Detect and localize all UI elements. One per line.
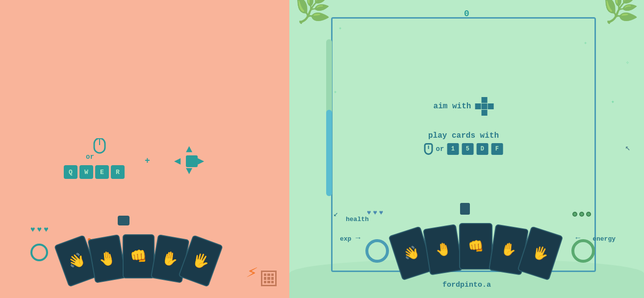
dpad-icon-up bbox=[481, 97, 487, 103]
left-cards-area: 👋 🤚 👊 ✋ 🖐 bbox=[59, 234, 218, 278]
dpad-right: ▶ bbox=[198, 154, 204, 168]
energy-label: energy bbox=[592, 235, 616, 243]
key-r: R bbox=[111, 165, 125, 179]
hearts-right: ♥ ♥ ♥ bbox=[367, 209, 383, 217]
play-key-f: F bbox=[491, 143, 503, 155]
or-label: or bbox=[86, 153, 94, 161]
dpad-icon-down bbox=[481, 110, 487, 116]
dpad-down: ▼ bbox=[186, 165, 192, 177]
energy-dot-1 bbox=[572, 212, 577, 217]
ring-left bbox=[30, 244, 48, 261]
exp-arrow-icon: → bbox=[356, 234, 361, 243]
username-display: fordpinto.a bbox=[442, 281, 491, 289]
aim-label: aim with bbox=[434, 102, 471, 111]
aim-dpad-icon bbox=[475, 97, 493, 116]
exp-section: exp bbox=[340, 234, 351, 243]
play-key-d: D bbox=[476, 143, 488, 155]
card-left-3: 👊 bbox=[123, 234, 155, 278]
dpad-left: ◀ bbox=[174, 154, 180, 168]
sparkle-5: ✧ bbox=[626, 59, 629, 66]
right-panel: 🌿 🌿 ✦ ✦ ✦ ✦ ✧ 0 aim with play bbox=[289, 0, 644, 298]
heart-1: ♥ bbox=[30, 225, 35, 234]
dpad-icon-row bbox=[475, 103, 493, 109]
card-right-2: 🤚 bbox=[423, 224, 463, 275]
lightning-icon: ⚡ bbox=[245, 261, 259, 284]
sparkle-4: ✦ bbox=[611, 98, 615, 105]
play-label: play cards with bbox=[424, 131, 503, 140]
key-w: W bbox=[79, 165, 93, 179]
exp-label: exp bbox=[340, 235, 351, 243]
exp-ring bbox=[365, 239, 389, 263]
key-e: E bbox=[95, 165, 109, 179]
tree-tr: 🌿 bbox=[602, 0, 639, 26]
right-cards-area: 👋 🤚 👊 ✋ 🖐 bbox=[392, 223, 559, 270]
character-right bbox=[460, 203, 470, 215]
dpad-up: ▲ bbox=[186, 144, 192, 156]
heart-r-3: ♥ bbox=[379, 209, 383, 217]
health-bar-bg bbox=[326, 39, 332, 196]
dpad: ▲ ◀ ▶ ▼ bbox=[174, 144, 208, 183]
character-left bbox=[118, 216, 129, 225]
energy-section: energy bbox=[592, 234, 616, 243]
heart-r-1: ♥ bbox=[367, 209, 371, 217]
energy-arrow-icon: ← bbox=[575, 234, 580, 243]
heart-2: ♥ bbox=[37, 225, 42, 234]
cursor-icon: ↖ bbox=[625, 142, 630, 153]
aim-instruction: aim with bbox=[434, 97, 494, 116]
pixel-decoration bbox=[261, 271, 277, 286]
play-key-1: 1 bbox=[447, 143, 459, 155]
play-or-label: or bbox=[436, 145, 444, 153]
dpad-icon-right bbox=[488, 103, 493, 109]
heart-r-2: ♥ bbox=[373, 209, 377, 217]
health-label: health bbox=[346, 216, 369, 223]
energy-dot-2 bbox=[579, 212, 584, 217]
health-arrow-icon: ↙ bbox=[334, 209, 338, 219]
health-bar-fill bbox=[326, 110, 332, 196]
key-row: Q W E R bbox=[64, 165, 125, 179]
hearts-left: ♥ ♥ ♥ bbox=[30, 225, 49, 234]
tree-tl: 🌿 bbox=[294, 0, 331, 26]
plus-label: + bbox=[145, 156, 150, 166]
energy-dots bbox=[572, 212, 591, 217]
play-keys-row: or 1 5 D F bbox=[424, 143, 503, 155]
key-q: Q bbox=[64, 165, 77, 179]
energy-dot-3 bbox=[586, 212, 591, 217]
card-right-3: 👊 bbox=[459, 223, 492, 270]
left-panel: or + Q W E R ▲ ◀ ▶ ▼ ♥ ♥ ♥ 👋 bbox=[0, 0, 289, 298]
play-instruction: play cards with or 1 5 D F bbox=[424, 131, 503, 155]
play-key-5: 5 bbox=[462, 143, 473, 155]
dpad-icon-center bbox=[481, 103, 487, 109]
play-mouse-icon bbox=[424, 143, 433, 155]
mouse-icon bbox=[92, 138, 107, 160]
health-section: health bbox=[346, 215, 369, 224]
heart-3: ♥ bbox=[44, 225, 49, 234]
energy-ring bbox=[571, 239, 595, 263]
dpad-icon-left bbox=[475, 103, 481, 109]
